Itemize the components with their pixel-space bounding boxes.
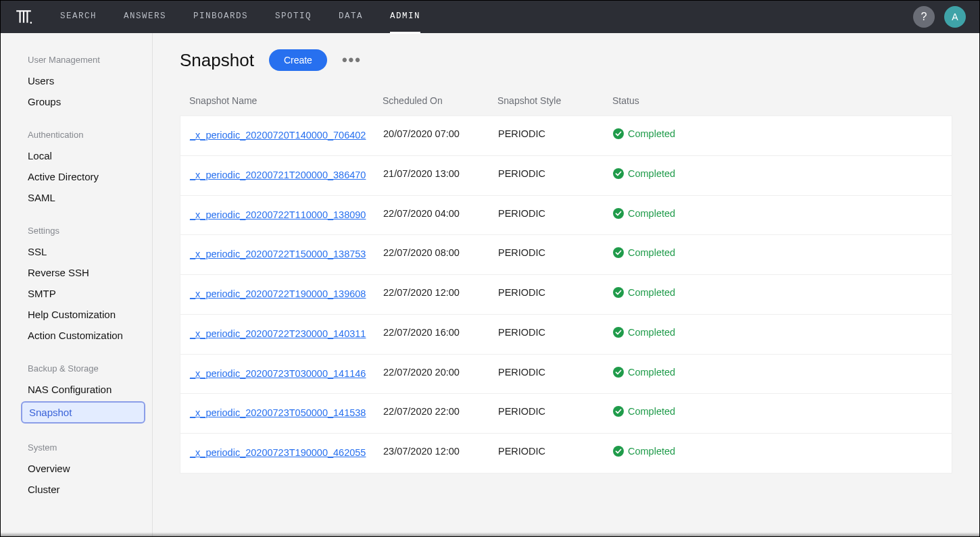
col-header-style: Snapshot Style	[497, 95, 612, 106]
table-header-row: Snapshot Name Scheduled On Snapshot Styl…	[180, 86, 952, 116]
sidebar-item-active-directory[interactable]: Active Directory	[1, 166, 152, 187]
nav-item-spotiq[interactable]: SPOTIQ	[275, 1, 312, 34]
svg-point-11	[613, 367, 624, 378]
snapshot-link[interactable]: _x_periodic_20200720T140000_706402	[190, 130, 366, 140]
check-circle-icon	[613, 367, 624, 378]
app-logo[interactable]	[14, 7, 33, 26]
snapshot-link[interactable]: _x_periodic_20200722T110000_138090	[190, 209, 366, 220]
status-text: Completed	[628, 247, 675, 258]
svg-point-8	[613, 247, 624, 258]
nav-item-answers[interactable]: ANSWERS	[124, 1, 166, 34]
snapshot-link[interactable]: _x_periodic_20200722T230000_140311	[190, 328, 366, 339]
cell-status: Completed	[613, 406, 952, 417]
svg-point-13	[613, 446, 624, 457]
check-circle-icon	[613, 287, 624, 298]
status-text: Completed	[628, 128, 675, 139]
status-text: Completed	[628, 327, 675, 338]
sidebar-item-users[interactable]: Users	[1, 70, 152, 91]
snapshot-link[interactable]: _x_periodic_20200723T050000_141538	[190, 407, 366, 418]
svg-point-12	[613, 406, 624, 417]
table-row: _x_periodic_20200723T030000_14114622/07/…	[180, 355, 952, 394]
sidebar-item-nas-configuration[interactable]: NAS Configuration	[1, 379, 152, 400]
cell-scheduled: 22/07/2020 08:00	[383, 247, 498, 258]
check-circle-icon	[613, 247, 624, 258]
cell-name: _x_periodic_20200723T190000_462055	[180, 446, 383, 461]
status-text: Completed	[628, 168, 675, 179]
sidebar-item-saml[interactable]: SAML	[1, 187, 152, 208]
cell-scheduled: 22/07/2020 04:00	[383, 208, 498, 219]
table-row: _x_periodic_20200723T050000_14153822/07/…	[180, 394, 952, 434]
status-text: Completed	[628, 208, 675, 219]
sidebar-group-label: System	[1, 437, 152, 458]
svg-point-4	[30, 22, 32, 24]
cell-name: _x_periodic_20200722T190000_139608	[180, 287, 383, 302]
snapshot-link[interactable]: _x_periodic_20200721T200000_386470	[190, 170, 366, 180]
cell-name: _x_periodic_20200720T140000_706402	[180, 128, 383, 143]
check-circle-icon	[613, 128, 624, 139]
admin-sidebar: User ManagementUsersGroupsAuthentication…	[1, 33, 153, 536]
snapshot-table: Snapshot Name Scheduled On Snapshot Styl…	[180, 86, 952, 474]
check-circle-icon	[613, 327, 624, 338]
check-circle-icon	[613, 168, 624, 179]
svg-point-9	[613, 287, 624, 298]
table-row: _x_periodic_20200722T110000_13809022/07/…	[180, 196, 952, 236]
cell-name: _x_periodic_20200723T050000_141538	[180, 406, 383, 421]
sidebar-group-label: Backup & Storage	[1, 358, 152, 379]
table-row: _x_periodic_20200720T140000_70640220/07/…	[180, 116, 952, 156]
cell-style: PERIODIC	[498, 446, 613, 457]
nav-item-pinboards[interactable]: PINBOARDS	[193, 1, 248, 34]
sidebar-item-smtp[interactable]: SMTP	[1, 283, 152, 304]
cell-name: _x_periodic_20200722T110000_138090	[180, 208, 383, 223]
nav-item-data[interactable]: DATA	[339, 1, 363, 34]
cell-status: Completed	[613, 208, 952, 219]
sidebar-group-label: User Management	[1, 49, 152, 70]
sidebar-item-cluster[interactable]: Cluster	[1, 479, 152, 500]
snapshot-link[interactable]: _x_periodic_20200723T190000_462055	[190, 447, 366, 458]
sidebar-group-label: Settings	[1, 220, 152, 241]
svg-point-10	[613, 327, 624, 338]
nav-item-search[interactable]: SEARCH	[60, 1, 97, 34]
snapshot-link[interactable]: _x_periodic_20200723T030000_141146	[190, 368, 366, 379]
status-text: Completed	[628, 287, 675, 298]
cell-scheduled: 23/07/2020 12:00	[383, 446, 498, 457]
table-row: _x_periodic_20200722T190000_13960822/07/…	[180, 275, 952, 315]
cell-style: PERIODIC	[498, 287, 613, 298]
cell-name: _x_periodic_20200722T150000_138753	[180, 247, 383, 262]
cell-status: Completed	[613, 128, 952, 139]
cell-scheduled: 22/07/2020 16:00	[383, 327, 498, 338]
sidebar-item-help-customization[interactable]: Help Customization	[1, 304, 152, 325]
cell-name: _x_periodic_20200721T200000_386470	[180, 168, 383, 183]
cell-status: Completed	[613, 168, 952, 179]
cell-style: PERIODIC	[498, 168, 613, 179]
cell-scheduled: 20/07/2020 07:00	[383, 128, 498, 139]
sidebar-item-groups[interactable]: Groups	[1, 91, 152, 112]
svg-point-6	[613, 168, 624, 179]
help-button[interactable]: ?	[913, 6, 935, 28]
cell-status: Completed	[613, 327, 952, 338]
user-avatar[interactable]: A	[944, 6, 966, 28]
cell-scheduled: 22/07/2020 20:00	[383, 367, 498, 378]
sidebar-item-overview[interactable]: Overview	[1, 458, 152, 479]
sidebar-item-reverse-ssh[interactable]: Reverse SSH	[1, 262, 152, 283]
content-area: Snapshot Create ••• Snapshot Name Schedu…	[153, 33, 979, 536]
snapshot-link[interactable]: _x_periodic_20200722T150000_138753	[190, 249, 366, 259]
cell-style: PERIODIC	[498, 327, 613, 338]
cell-style: PERIODIC	[498, 128, 613, 139]
col-header-scheduled: Scheduled On	[383, 95, 497, 106]
status-text: Completed	[628, 367, 675, 378]
cell-status: Completed	[613, 287, 952, 298]
nav-item-admin[interactable]: ADMIN	[390, 1, 420, 34]
table-row: _x_periodic_20200723T190000_46205523/07/…	[180, 434, 952, 473]
sidebar-item-local[interactable]: Local	[1, 145, 152, 166]
check-circle-icon	[613, 446, 624, 457]
more-actions-icon[interactable]: •••	[342, 53, 362, 68]
snapshot-link[interactable]: _x_periodic_20200722T190000_139608	[190, 288, 366, 299]
sidebar-item-action-customization[interactable]: Action Customization	[1, 325, 152, 346]
sidebar-item-snapshot[interactable]: Snapshot	[21, 401, 145, 424]
page-title: Snapshot	[180, 50, 254, 71]
cell-scheduled: 21/07/2020 13:00	[383, 168, 498, 179]
sidebar-item-ssl[interactable]: SSL	[1, 241, 152, 262]
svg-point-5	[613, 128, 624, 139]
check-circle-icon	[613, 208, 624, 219]
create-button[interactable]: Create	[269, 49, 327, 71]
